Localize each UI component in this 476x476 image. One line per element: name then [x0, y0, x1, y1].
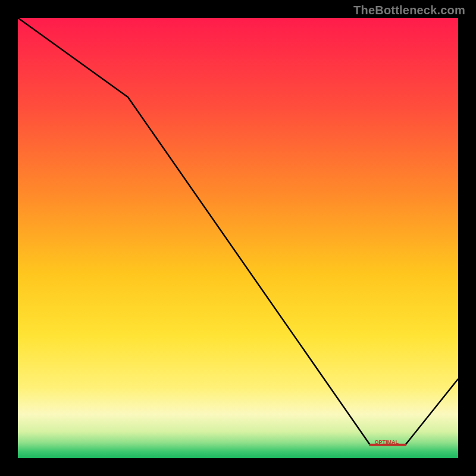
plot-frame: OPTIMAL: [18, 18, 458, 458]
plot-area: OPTIMAL: [18, 18, 458, 458]
chart-container: TheBottleneck.com OPTIMAL: [0, 0, 476, 476]
watermark-text: TheBottleneck.com: [353, 4, 465, 17]
bottleneck-chart: [18, 18, 458, 458]
optimal-label: OPTIMAL: [375, 439, 399, 445]
svg-rect-0: [18, 18, 458, 458]
